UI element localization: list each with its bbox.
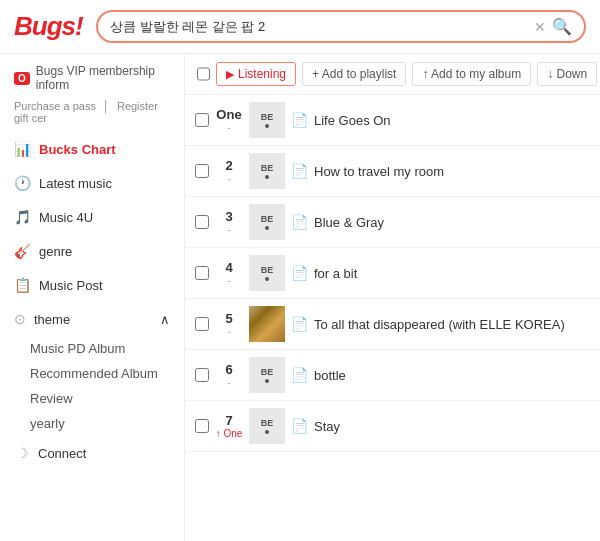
music4u-icon: 🎵 [14,209,31,225]
sidebar-links: Purchase a pass │ Register gift cer [0,98,184,132]
music-post-icon: 📋 [14,277,31,293]
sidebar: O Bugs VIP membership inform Purchase a … [0,54,185,541]
track-title[interactable]: Life Goes On [314,113,391,128]
track-thumbnail: BE [249,357,285,393]
sidebar-theme-sub-items: Music PD Album Recommended Album Review … [0,336,184,436]
track-title[interactable]: How to travel my room [314,164,444,179]
sidebar-item-bucks-chart[interactable]: 📊 Bucks Chart [0,132,184,166]
track-doc-icon: 📄 [291,214,308,230]
track-doc-icon: 📄 [291,418,308,434]
logo: Bugs! [14,11,84,42]
sidebar-item-music-post[interactable]: 📋 Music Post [0,268,184,302]
main-layout: O Bugs VIP membership inform Purchase a … [0,54,600,541]
table-row: 4 - BE 📄 for a bit [185,248,600,299]
track-checkbox[interactable] [195,164,209,178]
sidebar-sub-music-pd[interactable]: Music PD Album [30,336,184,361]
search-clear-icon[interactable]: ✕ [534,19,546,35]
add-album-button[interactable]: ↑ Add to my album [412,62,531,86]
track-rank-num: 3 [215,209,243,224]
track-title[interactable]: Blue & Gray [314,215,384,230]
track-rank-num: 7 [215,413,243,428]
genre-icon: 🎸 [14,243,31,259]
track-thumbnail: BE [249,102,285,138]
add-playlist-label: + Add to playlist [312,67,396,81]
track-checkbox[interactable] [195,113,209,127]
latest-music-icon: 🕐 [14,175,31,191]
track-rank-change: - [215,122,243,133]
connect-icon: ☽ [14,445,30,461]
track-doc-icon: 📄 [291,316,308,332]
download-label: ↓ Down [547,67,587,81]
table-row: One - BE 📄 Life Goes On [185,95,600,146]
bucks-chart-icon: 📊 [14,141,31,157]
table-row: 7 ↑ One BE 📄 Stay [185,401,600,452]
sidebar-link-pass[interactable]: Purchase a pass [14,100,96,112]
track-checkbox[interactable] [195,215,209,229]
search-bar: ✕ 🔍 [96,10,586,43]
listening-icon: ▶ [226,68,234,81]
track-rank-num: 2 [215,158,243,173]
track-rank-num: 5 [215,311,243,326]
sidebar-item-latest-music[interactable]: 🕐 Latest music [0,166,184,200]
listening-label: Listening [238,67,286,81]
track-checkbox[interactable] [195,419,209,433]
select-all-checkbox[interactable] [197,67,210,81]
theme-collapse-icon: ∧ [160,312,170,327]
track-rank-num: 4 [215,260,243,275]
track-rank-num: One [215,107,243,122]
table-row: 2 - BE 📄 How to travel my room [185,146,600,197]
add-album-label: ↑ Add to my album [422,67,521,81]
track-checkbox[interactable] [195,317,209,331]
table-row: 5 - 📄 To all that disappeared (with ELLE… [185,299,600,350]
track-rank-change: ↑ One [215,428,243,439]
sidebar-item-music4u[interactable]: 🎵 Music 4U [0,200,184,234]
sidebar-label-latest-music: Latest music [39,176,112,191]
track-title[interactable]: for a bit [314,266,357,281]
sidebar-theme-label: theme [34,312,70,327]
vip-text: Bugs VIP membership inform [36,64,170,92]
track-rank-change: - [215,275,243,286]
track-thumbnail: BE [249,153,285,189]
track-rank-change: - [215,326,243,337]
track-title[interactable]: Stay [314,419,340,434]
listening-button[interactable]: ▶ Listening [216,62,296,86]
theme-icon: ⊙ [14,311,26,327]
track-doc-icon: 📄 [291,163,308,179]
toolbar: ▶ Listening + Add to playlist ↑ Add to m… [185,54,600,95]
track-rank-change: - [215,224,243,235]
sidebar-theme-section[interactable]: ⊙ theme ∧ [0,302,184,336]
sidebar-sub-review[interactable]: Review [30,386,184,411]
track-thumbnail: BE [249,408,285,444]
sidebar-label-genre: genre [39,244,72,259]
track-title[interactable]: bottle [314,368,346,383]
track-rank-change: - [215,377,243,388]
track-thumbnail: BE [249,204,285,240]
sidebar-label-bucks-chart: Bucks Chart [39,142,116,157]
sidebar-label-connect: Connect [38,446,86,461]
add-playlist-button[interactable]: + Add to playlist [302,62,406,86]
table-row: 3 - BE 📄 Blue & Gray [185,197,600,248]
sidebar-vip[interactable]: O Bugs VIP membership inform [0,58,184,98]
track-rank-change: - [215,173,243,184]
sidebar-item-connect[interactable]: ☽ Connect [0,436,184,470]
sidebar-item-genre[interactable]: 🎸 genre [0,234,184,268]
track-doc-icon: 📄 [291,265,308,281]
sidebar-sub-yearly[interactable]: yearly [30,411,184,436]
header: Bugs! ✕ 🔍 [0,0,600,54]
sidebar-label-music4u: Music 4U [39,210,93,225]
search-input[interactable] [110,19,528,34]
download-button[interactable]: ↓ Down [537,62,597,86]
track-doc-icon: 📄 [291,112,308,128]
search-submit-icon[interactable]: 🔍 [552,17,572,36]
main-content: ▶ Listening + Add to playlist ↑ Add to m… [185,54,600,541]
sidebar-label-music-post: Music Post [39,278,103,293]
track-title[interactable]: To all that disappeared (with ELLE KOREA… [314,317,565,332]
track-doc-icon: 📄 [291,367,308,383]
track-thumbnail [249,306,285,342]
track-checkbox[interactable] [195,368,209,382]
track-rank-num: 6 [215,362,243,377]
track-checkbox[interactable] [195,266,209,280]
vip-icon: O [14,72,30,85]
sidebar-sub-recommended[interactable]: Recommended Album [30,361,184,386]
track-thumbnail: BE [249,255,285,291]
